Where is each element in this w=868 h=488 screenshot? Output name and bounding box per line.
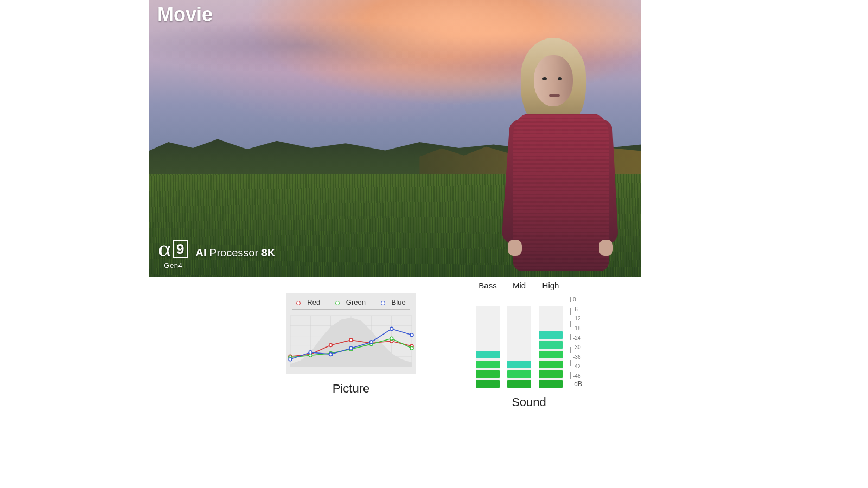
processor-word: Processor [209,247,258,259]
svg-point-29 [329,352,333,356]
sound-seg [476,351,500,358]
svg-point-30 [349,346,353,350]
db-tick: -18 [573,325,582,331]
db-tick: -36 [573,354,582,360]
sound-seg [539,361,563,368]
sound-seg [507,370,531,378]
sound-panel: Bass Mid High 0-6-12-18-24-3 [476,293,582,434]
sound-seg [476,370,500,378]
db-tick: -24 [573,335,582,341]
sound-seg [539,331,563,339]
sound-col-header: Mid [513,281,526,290]
db-tick: -42 [573,363,582,369]
db-tick: -6 [573,306,582,312]
alpha-symbol: α [158,237,171,261]
sound-seg [507,361,531,368]
sound-seg [539,370,563,378]
svg-point-32 [390,327,393,330]
processor-text: AI Processor 8K [196,247,276,259]
hero-image: Movie α 9 Gen4 AI Processor 8K [149,0,641,277]
legend-dot-green-icon [335,301,340,305]
legend-label-green: Green [346,298,366,306]
db-unit: dB [574,380,582,388]
legend-dot-red-icon [296,301,301,305]
picture-chart-svg [286,311,416,371]
svg-point-33 [410,333,413,337]
db-tick: -30 [573,344,582,350]
sound-bar-chart: Bass Mid High 0-6-12-18-24-3 [476,293,582,388]
sound-col-header: High [542,281,559,290]
picture-chart-legend: Red Green Blue [286,298,416,306]
picture-panel: Red Green Blue Picture [286,293,416,434]
picture-panel-label: Picture [333,382,369,396]
processor-badge: α 9 Gen4 AI Processor 8K [158,237,275,269]
nine-box: 9 [173,240,188,258]
sound-seg [539,341,563,349]
picture-line-chart: Red Green Blue [286,293,416,374]
sound-seg [539,380,563,388]
hero-person [496,38,615,277]
db-tick: 0 [573,297,582,303]
svg-point-31 [369,341,373,344]
sound-seg [507,380,531,388]
sound-seg [476,361,500,368]
gen-label: Gen4 [164,262,182,269]
svg-point-16 [349,338,353,342]
sound-panel-label: Sound [512,395,546,409]
alpha9-logo-icon: α 9 Gen4 [158,237,188,269]
processor-res: 8K [261,247,276,259]
sound-col-header: Bass [478,281,496,290]
legend-dot-blue-icon [381,301,385,305]
sound-col-mid: Mid [507,293,531,388]
svg-point-26 [410,346,413,350]
svg-point-25 [390,337,393,340]
hero-title: Movie [157,3,213,26]
legend-label-blue: Blue [392,298,406,306]
legend-label-red: Red [307,298,320,306]
svg-point-28 [309,351,312,354]
svg-point-15 [329,344,333,347]
sound-seg [476,380,500,388]
db-tick: -48 [573,373,582,379]
legend-divider [292,309,410,310]
db-tick: -12 [573,316,582,322]
sound-col-high: High [539,293,563,388]
db-scale: 0-6-12-18-24-30-36-42-48 [570,297,582,379]
svg-point-27 [289,358,292,361]
processor-ai: AI [196,247,207,259]
sound-seg [539,351,563,358]
sound-col-bass: Bass [476,293,500,388]
